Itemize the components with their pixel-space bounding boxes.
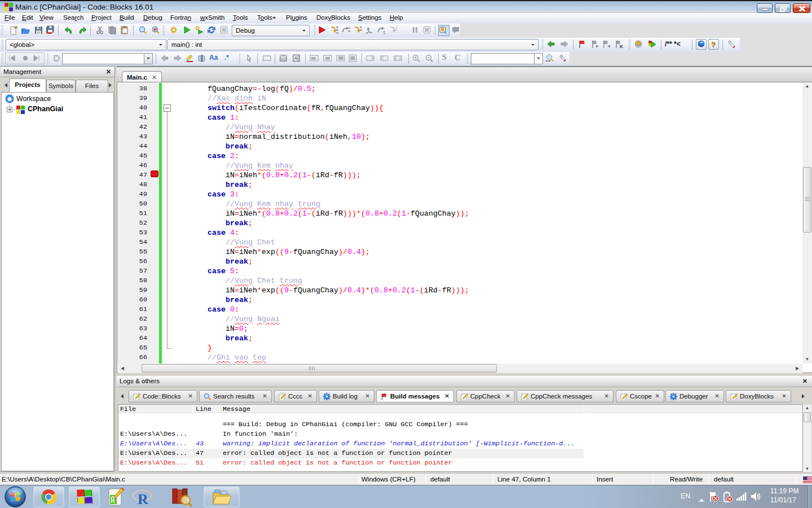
svg-text:R: R <box>138 491 148 506</box>
svg-text:+: + <box>15 25 17 30</box>
svg-text:R: R <box>154 27 157 32</box>
